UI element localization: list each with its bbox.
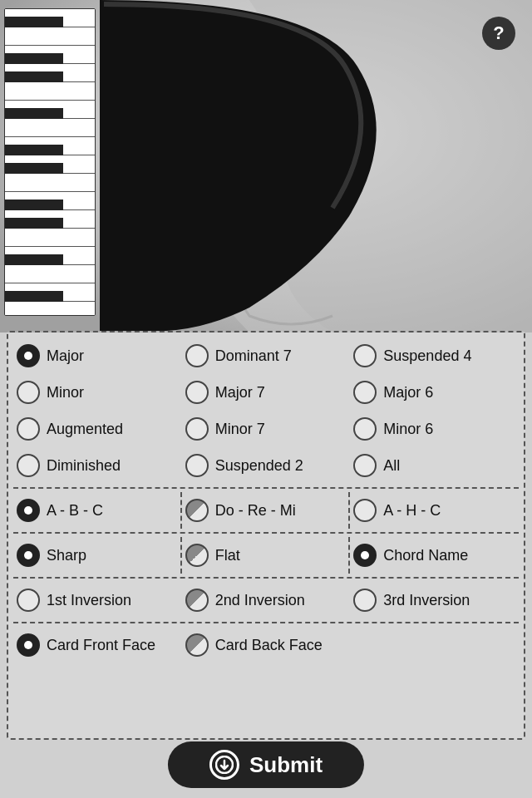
inversions-row: 1st Inversion 2nd Inversion 3rd Inversio… <box>13 582 519 623</box>
label-suspended4: Suspended 4 <box>383 347 471 365</box>
label-doremi: Do - Re - Mi <box>215 502 296 520</box>
radio-inv1[interactable] <box>17 589 40 612</box>
label-ahc: A - H - C <box>383 502 441 520</box>
radio-major6[interactable] <box>353 381 377 404</box>
label-chordname: Chord Name <box>383 547 468 564</box>
option-minor6[interactable]: Minor 6 <box>350 411 519 447</box>
option-augmented[interactable]: Augmented <box>13 411 182 447</box>
option-minor[interactable]: Minor <box>13 374 182 411</box>
submit-button[interactable]: Submit <box>168 741 364 788</box>
option-diminished[interactable]: Diminished <box>13 447 182 484</box>
label-minor7: Minor 7 <box>215 421 265 438</box>
radio-ahc[interactable] <box>353 499 377 522</box>
option-suspended4[interactable]: Suspended 4 <box>350 337 519 374</box>
option-sharp[interactable]: Sharp <box>13 537 182 574</box>
label-major6: Major 6 <box>383 384 433 401</box>
radio-minor[interactable] <box>17 381 40 404</box>
label-minor6: Minor 6 <box>383 421 433 438</box>
label-major: Major <box>47 347 84 365</box>
option-inv2[interactable]: 2nd Inversion <box>182 582 351 618</box>
label-card-back: Card Back Face <box>215 637 323 654</box>
radio-dominant7[interactable] <box>185 344 209 367</box>
card-face-row: Card Front Face Card Back Face <box>13 627 519 667</box>
option-card-front[interactable]: Card Front Face <box>13 627 182 663</box>
radio-doremi[interactable] <box>185 499 209 522</box>
radio-minor6[interactable] <box>353 417 377 441</box>
submit-icon <box>209 750 239 780</box>
options-panel: Major Dominant 7 Suspended 4 Minor Major… <box>7 331 525 740</box>
label-flat: Flat <box>215 547 240 564</box>
label-major7: Major 7 <box>215 384 265 401</box>
option-chordname[interactable]: Chord Name <box>350 537 519 574</box>
chord-types-grid: Major Dominant 7 Suspended 4 Minor Major… <box>13 337 519 489</box>
radio-suspended2[interactable] <box>185 454 209 477</box>
option-inv1[interactable]: 1st Inversion <box>13 582 182 618</box>
accidentals-row: Sharp Flat Chord Name <box>13 537 519 579</box>
label-inv3: 3rd Inversion <box>383 592 470 609</box>
radio-all[interactable] <box>353 454 377 477</box>
label-inv2: 2nd Inversion <box>215 592 305 609</box>
radio-diminished[interactable] <box>17 454 40 477</box>
label-sharp: Sharp <box>47 547 86 564</box>
piano-hero: ? <box>0 0 532 332</box>
option-abc[interactable]: A - B - C <box>13 492 182 529</box>
label-dominant7: Dominant 7 <box>215 347 292 365</box>
radio-inv2[interactable] <box>185 589 209 612</box>
submit-label: Submit <box>249 752 323 778</box>
piano-keys <box>4 8 96 316</box>
label-inv1: 1st Inversion <box>47 592 131 609</box>
option-major7[interactable]: Major 7 <box>182 374 351 411</box>
radio-inv3[interactable] <box>353 589 377 612</box>
radio-card-back[interactable] <box>185 633 209 657</box>
option-major[interactable]: Major <box>13 337 182 374</box>
option-card-back[interactable]: Card Back Face <box>182 627 519 663</box>
radio-minor7[interactable] <box>185 417 209 441</box>
option-doremi[interactable]: Do - Re - Mi <box>182 492 351 529</box>
radio-abc[interactable] <box>17 499 40 522</box>
label-augmented: Augmented <box>47 421 123 438</box>
option-minor7[interactable]: Minor 7 <box>182 411 351 447</box>
label-minor: Minor <box>47 384 84 401</box>
option-dominant7[interactable]: Dominant 7 <box>182 337 351 374</box>
label-card-front: Card Front Face <box>47 637 155 654</box>
label-abc: A - B - C <box>47 502 103 520</box>
radio-augmented[interactable] <box>17 417 40 441</box>
radio-suspended4[interactable] <box>353 344 377 367</box>
radio-card-front[interactable] <box>17 633 40 657</box>
option-all[interactable]: All <box>350 447 519 484</box>
radio-major7[interactable] <box>185 381 209 404</box>
radio-flat[interactable] <box>185 544 209 567</box>
radio-sharp[interactable] <box>17 544 40 567</box>
help-button[interactable]: ? <box>482 17 515 50</box>
label-diminished: Diminished <box>47 457 121 475</box>
radio-chordname[interactable] <box>353 544 377 567</box>
label-all: All <box>383 457 400 475</box>
radio-major[interactable] <box>17 344 40 367</box>
option-ahc[interactable]: A - H - C <box>350 492 519 529</box>
label-suspended2: Suspended 2 <box>215 457 303 475</box>
option-inv3[interactable]: 3rd Inversion <box>350 582 519 618</box>
option-flat[interactable]: Flat <box>182 537 351 574</box>
notation-row: A - B - C Do - Re - Mi A - H - C <box>13 492 519 534</box>
option-suspended2[interactable]: Suspended 2 <box>182 447 351 484</box>
option-major6[interactable]: Major 6 <box>350 374 519 411</box>
